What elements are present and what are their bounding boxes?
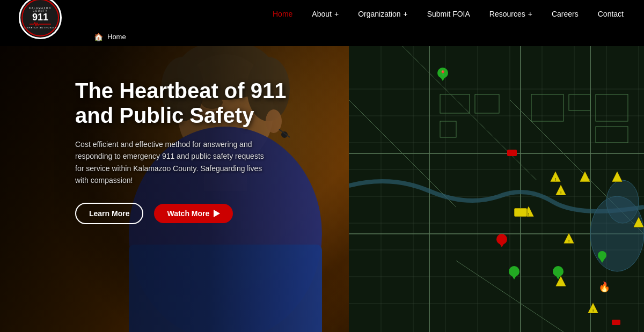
nav-item-contact[interactable]: Contact	[588, 0, 633, 27]
svg-text:!: !	[560, 190, 561, 195]
logo-text-bottom: DISPATCH AUTHORITY	[24, 26, 57, 29]
logo-area[interactable]: KALAMAZOO COUNTY 911 DISPATCH AUTHORITY	[0, 0, 80, 39]
svg-text:!: !	[592, 308, 594, 313]
play-icon	[214, 210, 220, 217]
svg-text:!: !	[528, 212, 529, 217]
map-svg: 📍 ! ! ! ! !	[349, 46, 644, 332]
svg-rect-41	[531, 94, 564, 121]
hero-description: Cost efficient and effective method for …	[75, 138, 268, 187]
nav-label-careers: Careers	[552, 10, 579, 18]
svg-rect-75	[514, 208, 527, 217]
svg-text:🔥: 🔥	[598, 281, 611, 293]
svg-rect-65	[612, 320, 620, 325]
svg-text:!: !	[555, 177, 556, 182]
nav-item-home[interactable]: Home	[263, 0, 302, 27]
organization-plus-icon: +	[404, 10, 408, 18]
svg-rect-44	[596, 127, 628, 143]
svg-marker-60	[580, 171, 590, 182]
heartbeat-icon	[30, 22, 51, 26]
watch-more-label: Watch More	[167, 209, 209, 218]
svg-rect-43	[596, 94, 628, 121]
hero-section: 📍 ! ! ! ! !	[0, 46, 644, 332]
svg-rect-40	[440, 121, 456, 137]
nav-label-home: Home	[273, 10, 292, 18]
home-breadcrumb-icon: 🏠	[94, 33, 103, 41]
nav-item-careers[interactable]: Careers	[542, 0, 588, 27]
nav-label-organization: Organization	[358, 10, 400, 18]
logo-text-top: KALAMAZOO COUNTY	[23, 7, 58, 12]
about-plus-icon: +	[334, 10, 339, 18]
logo-circle: KALAMAZOO COUNTY 911 DISPATCH AUTHORITY	[19, 0, 62, 39]
breadcrumb-home-label[interactable]: Home	[107, 33, 126, 41]
nav-item-submit-foia[interactable]: Submit FOIA	[418, 0, 480, 27]
nav-label-contact: Contact	[598, 10, 624, 18]
nav-item-resources[interactable]: Resources +	[480, 0, 542, 27]
svg-marker-48	[440, 76, 446, 81]
svg-point-73	[598, 251, 606, 260]
svg-rect-42	[569, 94, 590, 110]
main-nav: Home About + Organization + Submit FOIA …	[263, 0, 644, 27]
hero-title: The Heartbeat of 911 and Public Safety	[75, 78, 301, 128]
resources-plus-icon: +	[528, 10, 532, 18]
svg-marker-67	[499, 242, 505, 247]
svg-text:📍: 📍	[440, 70, 447, 77]
svg-point-46	[606, 180, 639, 223]
nav-label-submit-foia: Submit FOIA	[427, 10, 470, 18]
svg-text:!: !	[568, 239, 569, 244]
nav-item-about[interactable]: About +	[302, 0, 348, 27]
nav-label-resources: Resources	[489, 10, 525, 18]
map-area: 📍 ! ! ! ! !	[349, 46, 644, 332]
logo-inner: KALAMAZOO COUNTY 911 DISPATCH AUTHORITY	[21, 0, 59, 36]
nav-label-about: About	[312, 10, 332, 18]
svg-marker-61	[612, 171, 623, 182]
svg-rect-39	[475, 94, 499, 113]
hero-content: The Heartbeat of 911 and Public Safety C…	[75, 78, 301, 224]
logo-911: 911	[32, 12, 48, 22]
svg-rect-38	[440, 94, 470, 113]
watch-more-button[interactable]: Watch More	[154, 204, 233, 223]
learn-more-button[interactable]: Learn More	[75, 203, 143, 224]
header: KALAMAZOO COUNTY 911 DISPATCH AUTHORITY …	[0, 0, 644, 27]
hero-buttons: Learn More Watch More	[75, 203, 301, 224]
breadcrumb: 🏠 Home	[0, 27, 644, 46]
svg-rect-64	[507, 150, 517, 156]
nav-item-organization[interactable]: Organization +	[348, 0, 418, 27]
